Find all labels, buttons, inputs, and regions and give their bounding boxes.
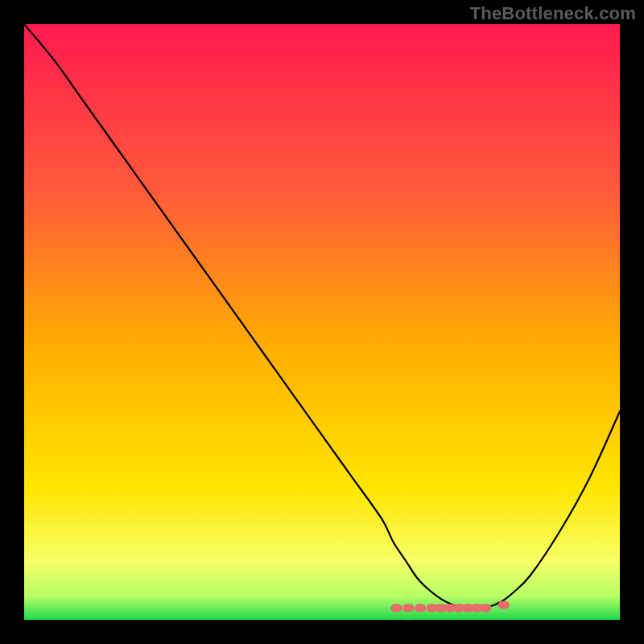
chart-container: TheBottleneck.com — [0, 0, 644, 644]
gradient-background — [24, 24, 620, 620]
plot-area — [24, 24, 620, 620]
marker-dot — [391, 604, 402, 612]
marker-dot — [415, 604, 426, 612]
marker-dot — [498, 601, 510, 609]
marker-dot — [402, 604, 414, 612]
watermark-text: TheBottleneck.com — [470, 3, 636, 24]
chart-svg — [24, 24, 620, 620]
marker-dot — [481, 604, 492, 612]
